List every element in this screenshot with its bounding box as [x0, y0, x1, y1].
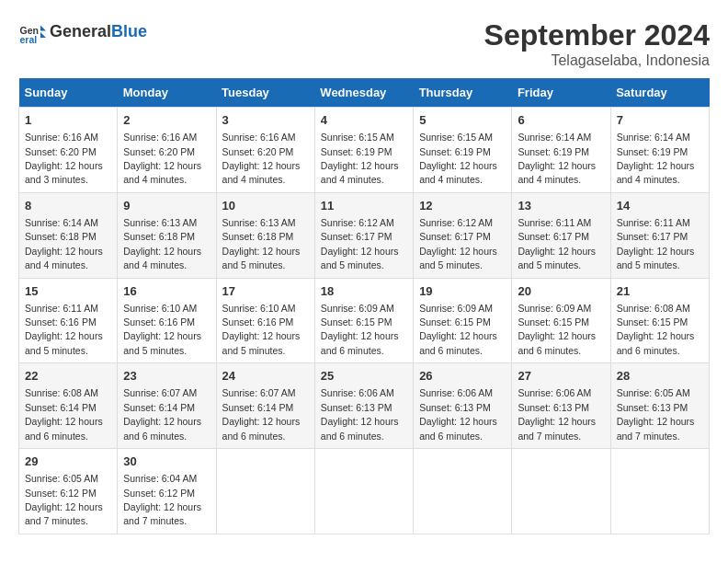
daylight-text: Daylight: 12 hours and 5 minutes. [123, 330, 201, 355]
sunrise-text: Sunrise: 6:13 AM [222, 217, 296, 228]
day-number: 18 [321, 283, 407, 300]
header-tuesday: Tuesday [216, 78, 314, 108]
day-number: 28 [617, 368, 703, 385]
sunrise-text: Sunrise: 6:15 AM [419, 132, 493, 143]
sunrise-text: Sunrise: 6:08 AM [617, 303, 690, 314]
sunset-text: Sunset: 6:14 PM [25, 402, 97, 413]
calendar-header-row: SundayMondayTuesdayWednesdayThursdayFrid… [19, 78, 710, 108]
table-row: 21Sunrise: 6:08 AMSunset: 6:15 PMDayligh… [610, 278, 709, 363]
daylight-text: Daylight: 12 hours and 7 minutes. [617, 416, 695, 441]
day-number: 10 [222, 198, 309, 214]
table-row: 26Sunrise: 6:06 AMSunset: 6:13 PMDayligh… [414, 363, 512, 449]
sunrise-text: Sunrise: 6:14 AM [617, 132, 690, 143]
daylight-text: Daylight: 12 hours and 5 minutes. [419, 246, 497, 270]
table-row: 13Sunrise: 6:11 AMSunset: 6:17 PMDayligh… [512, 192, 610, 278]
sunset-text: Sunset: 6:17 PM [419, 231, 491, 242]
sunset-text: Sunset: 6:19 PM [321, 146, 392, 157]
calendar-week-row: 8Sunrise: 6:14 AMSunset: 6:18 PMDaylight… [19, 192, 710, 278]
sunset-text: Sunset: 6:19 PM [518, 146, 589, 157]
day-number: 16 [123, 283, 210, 300]
table-row: 25Sunrise: 6:06 AMSunset: 6:13 PMDayligh… [314, 363, 413, 449]
table-row: 7Sunrise: 6:14 AMSunset: 6:19 PMDaylight… [610, 108, 709, 193]
sunset-text: Sunset: 6:16 PM [123, 316, 195, 327]
sunrise-text: Sunrise: 6:16 AM [25, 132, 98, 143]
sunrise-text: Sunrise: 6:16 AM [123, 132, 197, 143]
table-row: 30Sunrise: 6:04 AMSunset: 6:12 PMDayligh… [118, 449, 216, 534]
table-row: 11Sunrise: 6:12 AMSunset: 6:17 PMDayligh… [314, 192, 413, 278]
day-number: 23 [123, 368, 210, 385]
table-row: 4Sunrise: 6:15 AMSunset: 6:19 PMDaylight… [314, 108, 413, 193]
table-row: 20Sunrise: 6:09 AMSunset: 6:15 PMDayligh… [512, 278, 610, 363]
day-number: 14 [617, 198, 703, 214]
day-number: 17 [222, 283, 309, 300]
sunrise-text: Sunrise: 6:14 AM [25, 217, 98, 228]
day-number: 20 [518, 283, 604, 300]
sunrise-text: Sunrise: 6:12 AM [321, 217, 394, 228]
sunrise-text: Sunrise: 6:10 AM [123, 303, 197, 314]
day-number: 24 [222, 368, 309, 385]
day-number: 21 [617, 283, 703, 300]
calendar-week-row: 1Sunrise: 6:16 AMSunset: 6:20 PMDaylight… [19, 108, 710, 193]
sunset-text: Sunset: 6:18 PM [222, 231, 294, 242]
sunrise-text: Sunrise: 6:14 AM [518, 132, 591, 143]
sunrise-text: Sunrise: 6:13 AM [123, 217, 197, 228]
sunset-text: Sunset: 6:17 PM [518, 231, 589, 242]
sunset-text: Sunset: 6:14 PM [123, 402, 195, 413]
day-number: 25 [321, 368, 407, 385]
sunrise-text: Sunrise: 6:07 AM [123, 387, 197, 398]
table-row: 18Sunrise: 6:09 AMSunset: 6:15 PMDayligh… [314, 278, 413, 363]
daylight-text: Daylight: 12 hours and 4 minutes. [321, 160, 399, 185]
day-number: 29 [25, 454, 111, 470]
sunrise-text: Sunrise: 6:05 AM [617, 387, 690, 398]
day-number: 8 [25, 198, 111, 214]
table-row: 5Sunrise: 6:15 AMSunset: 6:19 PMDaylight… [414, 108, 512, 193]
sunset-text: Sunset: 6:19 PM [617, 146, 688, 157]
daylight-text: Daylight: 12 hours and 5 minutes. [518, 246, 596, 270]
table-row: 19Sunrise: 6:09 AMSunset: 6:15 PMDayligh… [414, 278, 512, 363]
daylight-text: Daylight: 12 hours and 6 minutes. [222, 416, 301, 441]
daylight-text: Daylight: 12 hours and 6 minutes. [419, 416, 497, 441]
day-number: 12 [419, 198, 506, 214]
table-row: 1Sunrise: 6:16 AMSunset: 6:20 PMDaylight… [19, 108, 118, 193]
sunset-text: Sunset: 6:19 PM [419, 146, 491, 157]
table-row: 12Sunrise: 6:12 AMSunset: 6:17 PMDayligh… [414, 192, 512, 278]
table-row: 24Sunrise: 6:07 AMSunset: 6:14 PMDayligh… [216, 363, 314, 449]
sunset-text: Sunset: 6:20 PM [123, 146, 195, 157]
daylight-text: Daylight: 12 hours and 5 minutes. [617, 246, 695, 270]
table-row: 22Sunrise: 6:08 AMSunset: 6:14 PMDayligh… [19, 363, 118, 449]
calendar-week-row: 15Sunrise: 6:11 AMSunset: 6:16 PMDayligh… [19, 278, 710, 363]
daylight-text: Daylight: 12 hours and 6 minutes. [321, 330, 399, 355]
daylight-text: Daylight: 12 hours and 4 minutes. [123, 246, 201, 270]
daylight-text: Daylight: 12 hours and 4 minutes. [222, 160, 301, 185]
daylight-text: Daylight: 12 hours and 4 minutes. [123, 160, 201, 185]
svg-text:eral: eral [20, 34, 38, 45]
sunset-text: Sunset: 6:20 PM [222, 146, 294, 157]
day-number: 2 [123, 112, 210, 129]
header-saturday: Saturday [610, 78, 709, 108]
sunset-text: Sunset: 6:16 PM [222, 316, 294, 327]
sunset-text: Sunset: 6:15 PM [419, 316, 491, 327]
location: Telagaselaba, Indonesia [484, 52, 710, 69]
page-header: Gen eral GeneralBlue September 2024 Tela… [18, 18, 710, 69]
sunset-text: Sunset: 6:18 PM [123, 231, 195, 242]
table-row: 3Sunrise: 6:16 AMSunset: 6:20 PMDaylight… [216, 108, 314, 193]
sunrise-text: Sunrise: 6:15 AM [321, 132, 394, 143]
daylight-text: Daylight: 12 hours and 4 minutes. [617, 160, 695, 185]
day-number: 1 [25, 112, 111, 129]
day-number: 11 [321, 198, 407, 214]
table-row: 29Sunrise: 6:05 AMSunset: 6:12 PMDayligh… [19, 449, 118, 534]
daylight-text: Daylight: 12 hours and 6 minutes. [617, 330, 695, 355]
sunrise-text: Sunrise: 6:11 AM [25, 303, 98, 314]
svg-marker-2 [40, 26, 46, 31]
header-thursday: Thursday [414, 78, 512, 108]
sunrise-text: Sunrise: 6:04 AM [123, 473, 197, 484]
daylight-text: Daylight: 12 hours and 6 minutes. [321, 416, 399, 441]
sunrise-text: Sunrise: 6:06 AM [518, 387, 591, 398]
sunset-text: Sunset: 6:20 PM [25, 146, 97, 157]
day-number: 26 [419, 368, 506, 385]
day-number: 3 [222, 112, 309, 129]
title-area: September 2024 Telagaselaba, Indonesia [484, 18, 710, 69]
day-number: 19 [419, 283, 506, 300]
sunrise-text: Sunrise: 6:06 AM [419, 387, 493, 398]
sunrise-text: Sunrise: 6:11 AM [518, 217, 591, 228]
